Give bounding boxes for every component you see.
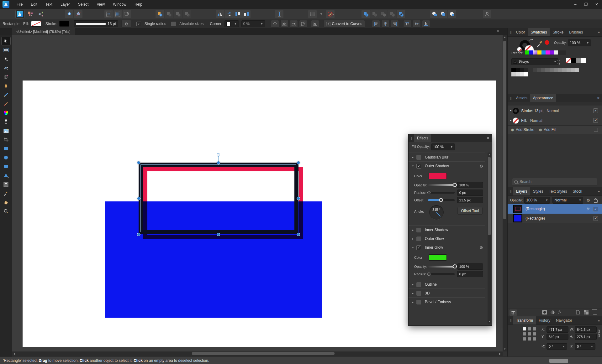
effects-header[interactable]: || Effects ✕ [409, 134, 492, 142]
panel-grip[interactable]: || [510, 96, 511, 100]
transform-input-x[interactable]: 471.7 px [547, 326, 568, 333]
triangle-tool[interactable] [2, 171, 10, 179]
effect-checkbox-bevel-emboss[interactable] [416, 300, 421, 304]
gray-swatch[interactable] [511, 72, 516, 76]
anchor-0-0[interactable] [523, 327, 526, 330]
status-grip[interactable] [549, 359, 568, 363]
chevron-right-icon[interactable]: ▶ [412, 292, 414, 295]
quad-swatch-1[interactable] [571, 58, 576, 63]
effects-scrollbar-thumb[interactable] [488, 157, 491, 235]
lock-icon[interactable] [594, 200, 598, 203]
gray-swatch[interactable] [537, 68, 541, 72]
fill-swatch[interactable] [31, 21, 41, 27]
layers-opacity-dropdown[interactable]: 100 %▼ [524, 197, 550, 204]
gray-swatch[interactable] [541, 68, 546, 72]
gray-swatch[interactable] [562, 68, 567, 72]
panel-grip[interactable]: || [510, 319, 511, 322]
effect-checkbox-inner-shadow[interactable] [416, 228, 421, 232]
panel-grip[interactable]: || [510, 30, 511, 34]
align-top-button[interactable] [403, 20, 411, 28]
gray-swatch[interactable] [567, 68, 571, 72]
layer-name[interactable]: (Rectangle) [525, 207, 545, 211]
minimize-button[interactable]: – [570, 0, 581, 9]
recent-swatch-7[interactable] [554, 50, 558, 55]
slider-knob[interactable] [427, 273, 430, 276]
convert-to-curves-button[interactable]: Convert to Curves [324, 20, 365, 28]
slider-value[interactable]: 100 % [457, 263, 483, 270]
recent-swatch-1[interactable] [529, 50, 533, 55]
show-in-view-button[interactable] [280, 20, 288, 28]
appearance-row-blend[interactable]: Normal [530, 118, 542, 123]
geometry-union-icon[interactable] [430, 10, 439, 18]
transform-input-y[interactable]: 340 px [547, 334, 568, 340]
tab-assets[interactable]: Assets [513, 94, 530, 102]
appearance-row-0[interactable]: • Stroke: 13 pt, Normal ✓ [508, 106, 602, 116]
anchor-1-2[interactable] [533, 332, 536, 335]
selection-handle[interactable] [137, 197, 140, 200]
layer-thumbnail[interactable] [513, 214, 522, 222]
transform-input-w[interactable]: 641.3 px [575, 326, 597, 333]
vector-crop-tool[interactable] [2, 136, 10, 144]
fill-opacity-dropdown[interactable]: 100 %▼ [431, 143, 455, 150]
slider-knob[interactable] [439, 198, 443, 202]
anchor-0-2[interactable] [533, 327, 536, 330]
stroke-swatch[interactable] [59, 21, 69, 27]
pattern-layer-icon[interactable] [584, 310, 589, 315]
stroke-fill-indicator[interactable] [520, 40, 530, 51]
recent-swatch-2[interactable] [533, 50, 537, 55]
gray-swatch[interactable] [575, 68, 579, 72]
menu-view[interactable]: View [92, 0, 109, 9]
trash-icon[interactable] [594, 128, 598, 132]
zoom-tool[interactable] [2, 207, 10, 215]
slider-track[interactable] [428, 273, 455, 275]
gray-swatch[interactable] [524, 68, 529, 72]
style-apply-icon[interactable] [65, 10, 73, 18]
effect-checkbox-outline[interactable] [416, 282, 421, 287]
arrange-order-icon[interactable] [242, 10, 251, 18]
visibility-checkbox[interactable]: ✓ [593, 108, 598, 113]
boolean-intersect-icon[interactable] [379, 10, 388, 18]
snapping-pen-icon[interactable]: ▼ [326, 10, 335, 18]
slider-value[interactable]: 21.5 px [457, 197, 483, 203]
flip-horizontal-icon[interactable] [216, 10, 224, 18]
layer-visibility-checkbox[interactable]: ✓ [593, 207, 598, 211]
gray-swatch[interactable] [516, 68, 520, 72]
layers-stack-icon[interactable] [510, 309, 517, 316]
move-to-center-button[interactable] [271, 20, 279, 28]
scroll-down-icon[interactable]: ▼ [488, 320, 491, 323]
slider-knob[interactable] [453, 183, 457, 187]
stroke-settings-button[interactable]: ⚙ [121, 20, 131, 28]
close-button[interactable]: ✕ [591, 0, 602, 9]
guides-icon[interactable] [114, 10, 122, 18]
boolean-combine-icon[interactable] [397, 10, 405, 18]
layer-name[interactable]: (Rectangle) [525, 216, 545, 221]
align-left-button[interactable] [372, 20, 380, 28]
gray-swatch[interactable] [550, 68, 554, 72]
grid-toggle-icon[interactable] [308, 10, 317, 18]
designer-persona-icon[interactable] [16, 10, 24, 18]
geometry-back-icon[interactable] [448, 10, 456, 18]
blend-mode-dropdown[interactable]: Normal▼ [552, 197, 583, 204]
snap-manager-icon[interactable] [123, 10, 131, 18]
effect-header-inner-shadow[interactable]: ▶ Inner Shadow [409, 225, 485, 234]
layer-row-1[interactable]: (Rectangle) ✓ [508, 214, 602, 223]
menu-text[interactable]: Text [41, 0, 56, 9]
grid-dropdown-icon[interactable]: ▼ [317, 10, 325, 18]
transparency-tool[interactable] [2, 117, 10, 126]
tab-text-styles[interactable]: Text Styles [546, 187, 570, 195]
slider-value[interactable]: 0 px [457, 190, 483, 196]
panel-menu-icon[interactable]: ≡ [598, 30, 600, 34]
panel-menu-icon[interactable]: ≡ [598, 319, 600, 322]
absolute-sizes-checkbox[interactable]: Absolute sizes [171, 22, 205, 26]
layer-row-0[interactable]: (Rectangle) fx ✓ [508, 204, 602, 214]
fx-icon[interactable]: fx [587, 207, 589, 211]
new-layer-icon[interactable] [576, 310, 580, 315]
effect-header-outer-shadow[interactable]: ▼ ✓ Outer Shadow ⚙ [409, 161, 485, 170]
add-stroke-button[interactable]: ⊕Add Stroke [511, 127, 534, 132]
chevron-right-icon[interactable]: ▶ [412, 301, 414, 304]
chevron-right-icon[interactable]: ▶ [412, 229, 414, 231]
corner-type-dropdown[interactable]: ▼ [224, 20, 239, 27]
tab-brushes[interactable]: Brushes [566, 28, 586, 36]
tab-bar-close-icon[interactable]: ✕ [496, 29, 499, 33]
single-radius-checkbox[interactable]: ✓ Single radius [136, 22, 168, 26]
